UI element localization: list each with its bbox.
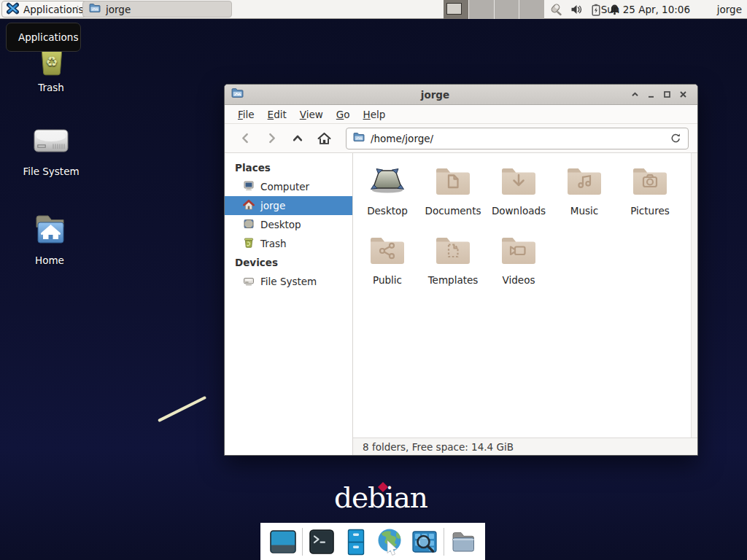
desktop-icon — [368, 163, 406, 201]
battery-charging-icon[interactable] — [591, 4, 601, 16]
file-item-music[interactable]: Music — [551, 163, 617, 233]
bottom-dock — [260, 523, 485, 560]
panel-handle[interactable]: ⋮ — [74, 0, 81, 19]
show-desktop-button[interactable] — [268, 526, 298, 557]
window-titlebar[interactable]: jorge — [225, 85, 697, 105]
workspace-window-preview — [446, 3, 462, 15]
file-grid: Desktop Docume — [355, 163, 683, 302]
minimize-button[interactable] — [643, 87, 659, 103]
workspace-button-1[interactable] — [444, 0, 468, 19]
file-item-downloads[interactable]: Downloads — [486, 163, 551, 233]
menu-bar: File Edit View Go Help — [225, 105, 697, 124]
file-label: Pictures — [630, 205, 669, 217]
app-finder-icon — [410, 527, 439, 556]
directory-menu-button[interactable] — [448, 526, 479, 557]
file-label: Templates — [428, 274, 479, 286]
up-button[interactable] — [286, 128, 309, 149]
file-item-documents[interactable]: Documents — [420, 163, 486, 233]
taskbar-window-button[interactable]: jorge — [82, 1, 232, 18]
input-device-icon[interactable] — [549, 3, 562, 16]
dock-separator — [302, 528, 303, 556]
application-finder-launcher[interactable] — [409, 526, 440, 557]
home-button[interactable] — [312, 128, 336, 149]
menu-go[interactable]: Go — [330, 106, 357, 122]
panel-user-menu[interactable]: jorge — [717, 0, 742, 19]
shade-button[interactable] — [627, 87, 643, 103]
screen: { "panel": { "applications_label": "Appl… — [0, 0, 747, 560]
close-button[interactable] — [675, 87, 691, 103]
file-item-pictures[interactable]: Pictures — [617, 163, 683, 233]
location-path-text: /home/jorge/ — [371, 133, 433, 144]
file-label: Videos — [503, 274, 535, 286]
file-label: Desktop — [367, 205, 408, 217]
desktop-icon-label: Home — [35, 254, 64, 266]
music-folder-icon — [566, 163, 603, 201]
forward-button[interactable] — [260, 128, 283, 149]
sidebar-item-trash[interactable]: Trash — [225, 234, 352, 253]
menu-help[interactable]: Help — [357, 106, 392, 122]
back-button[interactable] — [233, 128, 257, 149]
location-folder-icon — [353, 131, 365, 145]
file-label: Public — [373, 274, 402, 286]
desktop-icon-file-system[interactable]: File System — [15, 121, 88, 177]
folder-icon — [89, 2, 101, 16]
sidebar-header-devices: Devices — [225, 253, 352, 272]
workspace-switcher — [444, 0, 544, 19]
file-label: Downloads — [492, 205, 546, 217]
pictures-folder-icon — [632, 163, 668, 201]
file-item-templates[interactable]: Templates — [420, 233, 486, 302]
sidebar-item-label: Computer — [260, 181, 309, 192]
toolbar: /home/jorge/ — [225, 124, 697, 153]
file-item-desktop[interactable]: Desktop — [355, 163, 420, 233]
tooltip-text: Applications — [18, 31, 78, 43]
web-browser-launcher[interactable] — [375, 526, 406, 557]
workspace-button-3[interactable] — [494, 0, 519, 19]
workspace-button-4[interactable] — [519, 0, 544, 19]
file-label: Music — [570, 205, 598, 217]
sidebar-item-file-system[interactable]: File System — [225, 272, 352, 291]
menu-view[interactable]: View — [293, 106, 330, 122]
desktop-places-icon — [243, 218, 255, 232]
menu-file[interactable]: File — [231, 106, 261, 122]
workspace-button-2[interactable] — [468, 0, 494, 19]
file-label: Documents — [425, 205, 481, 217]
document-folder-icon — [435, 163, 471, 201]
terminal-launcher[interactable] — [306, 526, 337, 557]
trash-small-icon — [243, 237, 255, 251]
location-bar[interactable]: /home/jorge/ — [346, 128, 689, 149]
home-folder-icon — [30, 209, 69, 252]
applications-tooltip: Applications — [6, 23, 81, 52]
window-title: jorge — [244, 89, 627, 101]
sidebar-item-desktop[interactable]: Desktop — [225, 215, 352, 234]
sidebar-item-label: jorge — [260, 200, 285, 211]
panel-clock[interactable]: Sun 25 Apr, 10:06 — [601, 0, 690, 19]
file-manager-window: jorge File Edit View Go Help — [224, 84, 698, 456]
sidebar-item-computer[interactable]: Computer — [225, 177, 352, 196]
file-cabinet-icon — [341, 527, 371, 556]
xfce-logo-icon — [7, 2, 19, 17]
dock-separator — [444, 528, 444, 556]
maximize-button[interactable] — [659, 87, 675, 103]
wallpaper-line-artifact — [158, 396, 206, 422]
web-browser-globe-icon — [375, 526, 406, 557]
file-manager-launcher[interactable] — [341, 526, 371, 557]
download-folder-icon — [500, 163, 537, 201]
desktop-icon-label: Trash — [38, 82, 64, 93]
menu-edit[interactable]: Edit — [261, 106, 293, 122]
sidebar-item-jorge[interactable]: jorge — [225, 196, 352, 215]
templates-folder-icon — [435, 233, 471, 271]
reload-button[interactable] — [670, 133, 681, 144]
taskbar-window-label: jorge — [106, 4, 131, 15]
file-view: Desktop Docume — [353, 153, 697, 455]
window-body: Places Computer — [225, 153, 697, 455]
status-bar: 8 folders, Free space: 14.4 GiB — [353, 438, 697, 455]
desktop-icon-home[interactable]: Home — [13, 209, 86, 266]
file-item-videos[interactable]: Videos — [486, 233, 551, 302]
vertical-scrollbar[interactable] — [691, 153, 697, 438]
top-panel: Applications ⋮ jorge — [0, 0, 747, 19]
volume-icon[interactable] — [570, 4, 583, 15]
file-item-public[interactable]: Public — [355, 233, 420, 302]
drive-icon — [243, 275, 255, 289]
sidebar-item-label: Trash — [260, 238, 287, 249]
computer-icon — [243, 180, 255, 194]
